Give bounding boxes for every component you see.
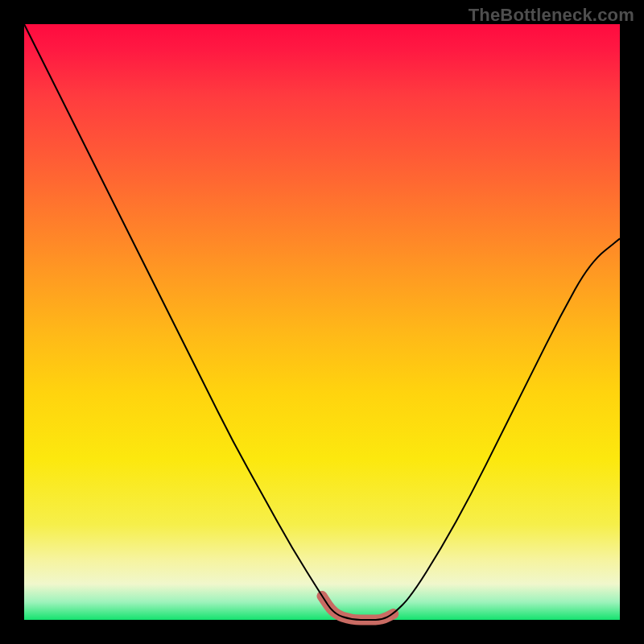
highlight-segment	[322, 596, 394, 620]
bottleneck-curve	[24, 24, 620, 620]
chart-svg	[24, 24, 620, 620]
chart-container: TheBottleneck.com	[0, 0, 644, 644]
watermark-text: TheBottleneck.com	[469, 5, 634, 26]
